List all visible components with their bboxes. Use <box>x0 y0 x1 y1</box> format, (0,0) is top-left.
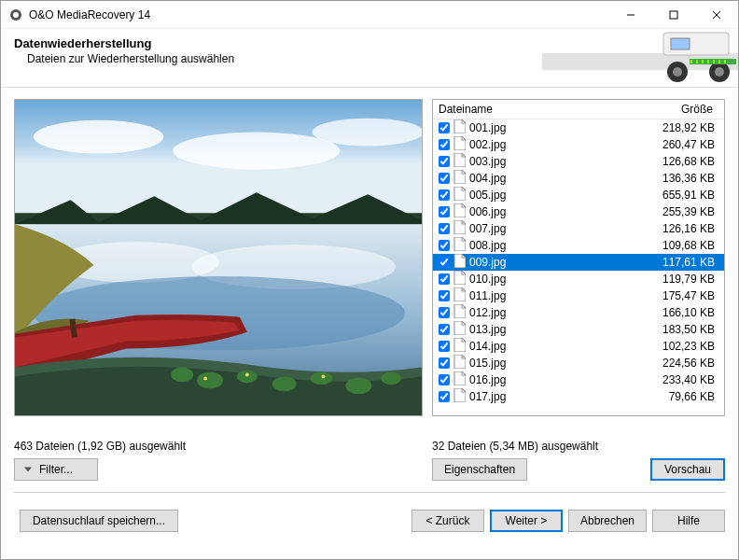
file-icon <box>453 371 469 388</box>
next-button[interactable]: Weiter > <box>490 510 563 532</box>
file-row[interactable]: 007.jpg126,16 KB <box>433 220 724 237</box>
file-size: 136,36 KB <box>646 172 718 185</box>
file-checkbox[interactable] <box>439 307 450 318</box>
file-icon <box>453 321 469 338</box>
file-checkbox[interactable] <box>439 324 450 335</box>
file-icon <box>453 388 469 405</box>
close-button[interactable] <box>695 1 738 28</box>
file-row[interactable]: 017.jpg79,66 KB <box>433 388 724 405</box>
file-checkbox[interactable] <box>439 173 450 184</box>
file-row[interactable]: 008.jpg109,68 KB <box>433 237 724 254</box>
file-name: 013.jpg <box>469 323 646 336</box>
window-controls <box>609 1 738 28</box>
file-icon <box>453 287 469 304</box>
svg-point-1 <box>13 12 19 18</box>
file-name: 006.jpg <box>469 205 646 218</box>
file-checkbox[interactable] <box>439 122 450 133</box>
header-vehicle-illustration <box>542 29 738 87</box>
file-icon <box>453 220 469 237</box>
file-row[interactable]: 005.jpg655,91 KB <box>433 187 724 203</box>
file-row[interactable]: 006.jpg255,39 KB <box>433 203 724 220</box>
file-list-pane: Dateiname Größe 001.jpg218,92 KB002.jpg2… <box>432 99 725 416</box>
preview-button[interactable]: Vorschau <box>650 458 725 481</box>
column-header-name[interactable]: Dateiname <box>439 103 646 116</box>
file-row[interactable]: 004.jpg136,36 KB <box>433 170 724 187</box>
file-size: 233,40 KB <box>646 373 718 386</box>
status-left-text: 463 Dateien (1,92 GB) ausgewählt <box>14 437 423 458</box>
file-name: 009.jpg <box>469 256 646 269</box>
cancel-button[interactable]: Abbrechen <box>568 510 647 532</box>
file-name: 004.jpg <box>469 172 646 185</box>
file-size: 224,56 KB <box>646 357 718 370</box>
filter-button[interactable]: Filter... <box>14 458 98 481</box>
svg-point-38 <box>381 371 401 385</box>
file-name: 007.jpg <box>469 222 646 235</box>
file-icon <box>453 187 469 203</box>
file-row[interactable]: 015.jpg224,56 KB <box>433 355 724 371</box>
status-left-block: 463 Dateien (1,92 GB) ausgewählt Filter.… <box>14 437 423 481</box>
file-row[interactable]: 012.jpg166,10 KB <box>433 304 724 321</box>
column-header-size[interactable]: Größe <box>646 103 718 116</box>
file-row[interactable]: 010.jpg119,79 KB <box>433 271 724 287</box>
file-checkbox[interactable] <box>439 341 450 352</box>
file-icon <box>453 237 469 254</box>
svg-point-23 <box>173 133 340 170</box>
file-name: 010.jpg <box>469 273 646 286</box>
file-list[interactable]: 001.jpg218,92 KB002.jpg260,47 KB003.jpg1… <box>433 119 724 415</box>
file-checkbox[interactable] <box>439 290 450 301</box>
svg-point-32 <box>171 367 193 382</box>
maximize-button[interactable] <box>652 1 695 28</box>
properties-button[interactable]: Eigenschaften <box>432 458 527 481</box>
file-name: 002.jpg <box>469 138 646 151</box>
file-icon <box>453 153 469 170</box>
file-checkbox[interactable] <box>439 189 450 201</box>
svg-point-35 <box>272 376 297 391</box>
file-row[interactable]: 016.jpg233,40 KB <box>433 371 724 388</box>
main-content: Dateiname Größe 001.jpg218,92 KB002.jpg2… <box>1 93 738 431</box>
file-row[interactable]: 002.jpg260,47 KB <box>433 136 724 153</box>
page-header: Datenwiederherstellung Dateien zur Wiede… <box>1 29 738 87</box>
file-row[interactable]: 009.jpg117,61 KB <box>433 254 724 271</box>
status-right-block: 32 Dateien (5,34 MB) ausgewählt Eigensch… <box>432 437 725 481</box>
file-icon <box>453 304 469 321</box>
status-row: 463 Dateien (1,92 GB) ausgewählt Filter.… <box>1 431 738 486</box>
minimize-button[interactable] <box>609 1 652 28</box>
file-checkbox[interactable] <box>439 139 450 150</box>
file-checkbox[interactable] <box>439 257 450 268</box>
svg-point-39 <box>203 376 207 380</box>
file-icon <box>453 271 469 287</box>
image-preview-pane <box>14 99 423 416</box>
file-size: 79,66 KB <box>646 390 718 403</box>
file-checkbox[interactable] <box>439 374 450 385</box>
file-checkbox[interactable] <box>439 223 450 234</box>
save-scan-button[interactable]: Datensuchlauf speichern... <box>20 510 178 532</box>
svg-point-40 <box>245 372 249 376</box>
back-button[interactable]: < Zurück <box>411 510 484 532</box>
header-divider <box>1 87 738 88</box>
file-name: 015.jpg <box>469 357 646 370</box>
file-row[interactable]: 011.jpg175,47 KB <box>433 287 724 304</box>
svg-rect-3 <box>670 11 677 19</box>
file-checkbox[interactable] <box>439 391 450 402</box>
footer: Datensuchlauf speichern... < Zurück Weit… <box>1 498 738 532</box>
file-name: 014.jpg <box>469 340 646 353</box>
file-row[interactable]: 013.jpg183,50 KB <box>433 321 724 338</box>
app-window: O&O MediaRecovery 14 Datenwiederherstell… <box>0 0 739 560</box>
file-row[interactable]: 001.jpg218,92 KB <box>433 119 724 136</box>
file-row[interactable]: 014.jpg102,23 KB <box>433 338 724 355</box>
file-checkbox[interactable] <box>439 273 450 285</box>
file-name: 005.jpg <box>469 189 646 202</box>
file-row[interactable]: 003.jpg126,68 KB <box>433 153 724 170</box>
file-size: 102,23 KB <box>646 340 718 353</box>
app-icon <box>8 7 23 22</box>
file-checkbox[interactable] <box>439 240 450 251</box>
file-checkbox[interactable] <box>439 156 450 167</box>
svg-point-10 <box>673 67 682 77</box>
help-button[interactable]: Hilfe <box>652 510 725 532</box>
svg-point-22 <box>34 120 163 154</box>
file-size: 218,92 KB <box>646 121 718 134</box>
svg-point-41 <box>321 374 325 378</box>
file-checkbox[interactable] <box>439 357 450 369</box>
file-size: 109,68 KB <box>646 239 718 252</box>
file-checkbox[interactable] <box>439 206 450 217</box>
